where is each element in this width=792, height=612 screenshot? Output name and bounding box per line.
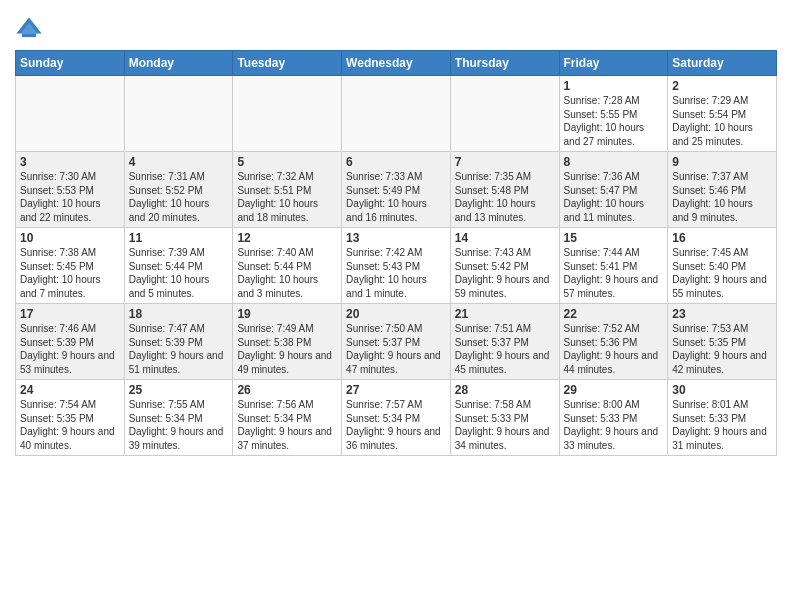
calendar-cell: 8Sunrise: 7:36 AM Sunset: 5:47 PM Daylig…: [559, 152, 668, 228]
calendar-cell: 26Sunrise: 7:56 AM Sunset: 5:34 PM Dayli…: [233, 380, 342, 456]
calendar-cell: 9Sunrise: 7:37 AM Sunset: 5:46 PM Daylig…: [668, 152, 777, 228]
day-info: Sunrise: 7:43 AM Sunset: 5:42 PM Dayligh…: [455, 246, 555, 300]
calendar-week-3: 10Sunrise: 7:38 AM Sunset: 5:45 PM Dayli…: [16, 228, 777, 304]
day-number: 9: [672, 155, 772, 169]
day-info: Sunrise: 8:00 AM Sunset: 5:33 PM Dayligh…: [564, 398, 664, 452]
calendar-cell: 19Sunrise: 7:49 AM Sunset: 5:38 PM Dayli…: [233, 304, 342, 380]
calendar-cell: 4Sunrise: 7:31 AM Sunset: 5:52 PM Daylig…: [124, 152, 233, 228]
weekday-header-sunday: Sunday: [16, 51, 125, 76]
day-info: Sunrise: 7:45 AM Sunset: 5:40 PM Dayligh…: [672, 246, 772, 300]
day-number: 6: [346, 155, 446, 169]
day-info: Sunrise: 7:58 AM Sunset: 5:33 PM Dayligh…: [455, 398, 555, 452]
day-number: 2: [672, 79, 772, 93]
calendar-cell: 23Sunrise: 7:53 AM Sunset: 5:35 PM Dayli…: [668, 304, 777, 380]
day-number: 7: [455, 155, 555, 169]
day-number: 15: [564, 231, 664, 245]
day-number: 18: [129, 307, 229, 321]
day-info: Sunrise: 7:49 AM Sunset: 5:38 PM Dayligh…: [237, 322, 337, 376]
calendar-cell: 1Sunrise: 7:28 AM Sunset: 5:55 PM Daylig…: [559, 76, 668, 152]
day-info: Sunrise: 7:33 AM Sunset: 5:49 PM Dayligh…: [346, 170, 446, 224]
weekday-header-monday: Monday: [124, 51, 233, 76]
day-info: Sunrise: 7:28 AM Sunset: 5:55 PM Dayligh…: [564, 94, 664, 148]
calendar-cell: 10Sunrise: 7:38 AM Sunset: 5:45 PM Dayli…: [16, 228, 125, 304]
day-info: Sunrise: 7:52 AM Sunset: 5:36 PM Dayligh…: [564, 322, 664, 376]
day-number: 1: [564, 79, 664, 93]
calendar-cell: [16, 76, 125, 152]
day-number: 14: [455, 231, 555, 245]
day-number: 4: [129, 155, 229, 169]
weekday-header-thursday: Thursday: [450, 51, 559, 76]
calendar-cell: 20Sunrise: 7:50 AM Sunset: 5:37 PM Dayli…: [342, 304, 451, 380]
weekday-header-saturday: Saturday: [668, 51, 777, 76]
day-info: Sunrise: 7:29 AM Sunset: 5:54 PM Dayligh…: [672, 94, 772, 148]
calendar-week-4: 17Sunrise: 7:46 AM Sunset: 5:39 PM Dayli…: [16, 304, 777, 380]
day-number: 17: [20, 307, 120, 321]
calendar-cell: 11Sunrise: 7:39 AM Sunset: 5:44 PM Dayli…: [124, 228, 233, 304]
calendar-cell: 3Sunrise: 7:30 AM Sunset: 5:53 PM Daylig…: [16, 152, 125, 228]
calendar-cell: 24Sunrise: 7:54 AM Sunset: 5:35 PM Dayli…: [16, 380, 125, 456]
day-info: Sunrise: 7:40 AM Sunset: 5:44 PM Dayligh…: [237, 246, 337, 300]
calendar-cell: 5Sunrise: 7:32 AM Sunset: 5:51 PM Daylig…: [233, 152, 342, 228]
day-info: Sunrise: 7:35 AM Sunset: 5:48 PM Dayligh…: [455, 170, 555, 224]
day-info: Sunrise: 7:42 AM Sunset: 5:43 PM Dayligh…: [346, 246, 446, 300]
calendar-cell: 7Sunrise: 7:35 AM Sunset: 5:48 PM Daylig…: [450, 152, 559, 228]
calendar-cell: [233, 76, 342, 152]
calendar-cell: 14Sunrise: 7:43 AM Sunset: 5:42 PM Dayli…: [450, 228, 559, 304]
calendar-cell: 29Sunrise: 8:00 AM Sunset: 5:33 PM Dayli…: [559, 380, 668, 456]
calendar-cell: 2Sunrise: 7:29 AM Sunset: 5:54 PM Daylig…: [668, 76, 777, 152]
day-info: Sunrise: 7:36 AM Sunset: 5:47 PM Dayligh…: [564, 170, 664, 224]
day-info: Sunrise: 7:39 AM Sunset: 5:44 PM Dayligh…: [129, 246, 229, 300]
day-number: 21: [455, 307, 555, 321]
calendar-cell: 25Sunrise: 7:55 AM Sunset: 5:34 PM Dayli…: [124, 380, 233, 456]
day-number: 10: [20, 231, 120, 245]
calendar-cell: 27Sunrise: 7:57 AM Sunset: 5:34 PM Dayli…: [342, 380, 451, 456]
day-info: Sunrise: 7:32 AM Sunset: 5:51 PM Dayligh…: [237, 170, 337, 224]
day-info: Sunrise: 7:57 AM Sunset: 5:34 PM Dayligh…: [346, 398, 446, 452]
calendar-cell: [124, 76, 233, 152]
day-number: 5: [237, 155, 337, 169]
day-info: Sunrise: 7:30 AM Sunset: 5:53 PM Dayligh…: [20, 170, 120, 224]
calendar-cell: [342, 76, 451, 152]
page-header: [15, 10, 777, 42]
day-info: Sunrise: 7:47 AM Sunset: 5:39 PM Dayligh…: [129, 322, 229, 376]
day-number: 8: [564, 155, 664, 169]
day-info: Sunrise: 7:53 AM Sunset: 5:35 PM Dayligh…: [672, 322, 772, 376]
day-info: Sunrise: 7:37 AM Sunset: 5:46 PM Dayligh…: [672, 170, 772, 224]
logo-area: [15, 10, 45, 42]
day-info: Sunrise: 7:46 AM Sunset: 5:39 PM Dayligh…: [20, 322, 120, 376]
day-info: Sunrise: 7:54 AM Sunset: 5:35 PM Dayligh…: [20, 398, 120, 452]
calendar-cell: 30Sunrise: 8:01 AM Sunset: 5:33 PM Dayli…: [668, 380, 777, 456]
calendar-table: SundayMondayTuesdayWednesdayThursdayFrid…: [15, 50, 777, 456]
day-info: Sunrise: 7:50 AM Sunset: 5:37 PM Dayligh…: [346, 322, 446, 376]
day-number: 11: [129, 231, 229, 245]
calendar-week-5: 24Sunrise: 7:54 AM Sunset: 5:35 PM Dayli…: [16, 380, 777, 456]
calendar-cell: 22Sunrise: 7:52 AM Sunset: 5:36 PM Dayli…: [559, 304, 668, 380]
calendar-cell: 16Sunrise: 7:45 AM Sunset: 5:40 PM Dayli…: [668, 228, 777, 304]
weekday-header-friday: Friday: [559, 51, 668, 76]
day-number: 3: [20, 155, 120, 169]
day-number: 23: [672, 307, 772, 321]
day-number: 25: [129, 383, 229, 397]
day-info: Sunrise: 7:56 AM Sunset: 5:34 PM Dayligh…: [237, 398, 337, 452]
calendar-cell: 18Sunrise: 7:47 AM Sunset: 5:39 PM Dayli…: [124, 304, 233, 380]
calendar-cell: 13Sunrise: 7:42 AM Sunset: 5:43 PM Dayli…: [342, 228, 451, 304]
day-number: 16: [672, 231, 772, 245]
calendar-cell: 15Sunrise: 7:44 AM Sunset: 5:41 PM Dayli…: [559, 228, 668, 304]
svg-rect-2: [22, 34, 36, 38]
day-number: 19: [237, 307, 337, 321]
calendar-cell: 6Sunrise: 7:33 AM Sunset: 5:49 PM Daylig…: [342, 152, 451, 228]
day-info: Sunrise: 7:51 AM Sunset: 5:37 PM Dayligh…: [455, 322, 555, 376]
day-number: 28: [455, 383, 555, 397]
day-number: 12: [237, 231, 337, 245]
calendar-header: SundayMondayTuesdayWednesdayThursdayFrid…: [16, 51, 777, 76]
calendar-cell: 28Sunrise: 7:58 AM Sunset: 5:33 PM Dayli…: [450, 380, 559, 456]
day-info: Sunrise: 7:44 AM Sunset: 5:41 PM Dayligh…: [564, 246, 664, 300]
day-number: 29: [564, 383, 664, 397]
day-number: 26: [237, 383, 337, 397]
calendar-cell: 21Sunrise: 7:51 AM Sunset: 5:37 PM Dayli…: [450, 304, 559, 380]
calendar-week-2: 3Sunrise: 7:30 AM Sunset: 5:53 PM Daylig…: [16, 152, 777, 228]
day-info: Sunrise: 7:55 AM Sunset: 5:34 PM Dayligh…: [129, 398, 229, 452]
day-info: Sunrise: 7:31 AM Sunset: 5:52 PM Dayligh…: [129, 170, 229, 224]
calendar-page: SundayMondayTuesdayWednesdayThursdayFrid…: [0, 0, 792, 471]
weekday-header-wednesday: Wednesday: [342, 51, 451, 76]
